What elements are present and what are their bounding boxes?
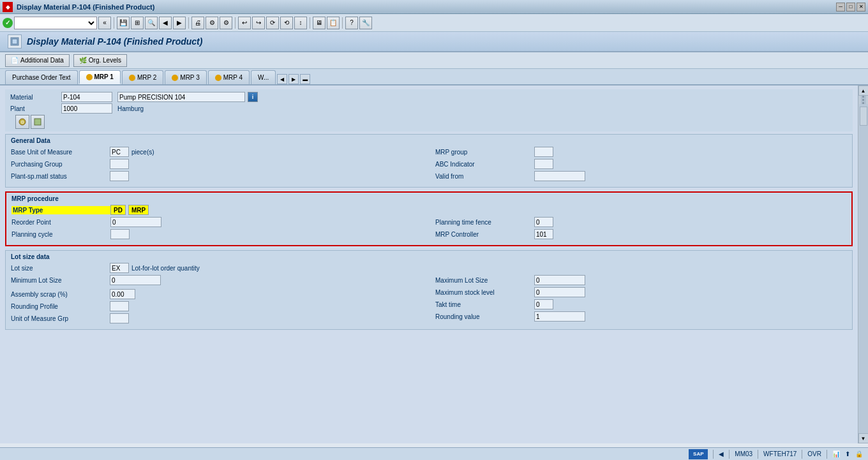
green-check-icon[interactable]: ✓: [3, 18, 13, 28]
purch-group-row: Purchasing Group: [11, 159, 423, 169]
info-btn[interactable]: i: [248, 92, 258, 102]
mrp-type-text: MRP: [128, 205, 149, 215]
resize-dot-1: [862, 96, 864, 98]
min-lot-size-label: Minimum Lot Size: [11, 277, 110, 284]
mrp-type-value[interactable]: PD: [110, 205, 126, 215]
assembly-scrap-row: Assembly scrap (%): [11, 289, 423, 299]
status-sep-1: [713, 450, 714, 459]
additional-data-btn[interactable]: 📄 Additional Data: [5, 54, 70, 67]
material-value-field[interactable]: [61, 92, 112, 102]
plant-matl-input[interactable]: [110, 171, 129, 181]
mrp-procedure-title: MRP procedure: [11, 195, 846, 202]
purch-group-label: Purchasing Group: [11, 161, 110, 168]
max-stock-level-row: Maximum stock level: [435, 287, 847, 297]
plan-time-fence-input[interactable]: [534, 217, 553, 227]
tab-purchase-order-text[interactable]: Purchase Order Text: [5, 70, 78, 84]
title-bar-text: Display Material P-104 (Finished Product…: [17, 3, 836, 11]
plant-value-field[interactable]: [61, 103, 112, 114]
tab-next-btn[interactable]: ▶: [288, 74, 299, 84]
screen-btn[interactable]: 🖥: [313, 17, 326, 29]
status-icon-3[interactable]: 🔒: [855, 450, 863, 457]
scroll-down-btn[interactable]: ▼: [858, 433, 869, 443]
action-btn-6[interactable]: ⟲: [280, 17, 293, 29]
svg-rect-4: [34, 119, 41, 125]
save-btn[interactable]: 💾: [117, 17, 130, 29]
sap-logo: SAP: [689, 449, 708, 459]
scroll-track[interactable]: [859, 104, 868, 433]
status-sep-2: [729, 450, 730, 459]
action-btn-5[interactable]: ⟳: [266, 17, 279, 29]
nav-back-btn[interactable]: ◀: [159, 17, 172, 29]
mrp-controller-input[interactable]: [534, 229, 553, 239]
program-name: MM03: [735, 450, 752, 457]
base-uom-input[interactable]: [110, 147, 129, 157]
nav-fwd-btn[interactable]: ▶: [173, 17, 186, 29]
minimize-btn[interactable]: ─: [836, 3, 845, 11]
page-title: Display Material P-104 (Finished Product…: [27, 36, 202, 47]
action-btn-4[interactable]: ↪: [252, 17, 265, 29]
find-btn[interactable]: 🔍: [145, 17, 158, 29]
shortcut-btn[interactable]: ⊞: [131, 17, 144, 29]
reorder-point-input[interactable]: [110, 217, 161, 227]
screen-btn-2[interactable]: 📋: [327, 17, 340, 29]
content-panel: Material i Plant Hamburg ⚙ General: [0, 85, 858, 443]
uom-grp-input[interactable]: [110, 313, 129, 323]
takt-time-input[interactable]: [534, 299, 553, 309]
close-btn[interactable]: ✕: [857, 3, 865, 11]
min-lot-size-input[interactable]: [110, 275, 161, 285]
mrp-group-label: MRP group: [435, 149, 534, 156]
nav-arrow-prev[interactable]: ◀: [719, 450, 724, 457]
action-btn-7[interactable]: ↕: [294, 17, 307, 29]
toolbar-sep-5: [342, 17, 343, 29]
valid-from-input[interactable]: [534, 171, 585, 181]
status-icon-2[interactable]: ⬆: [845, 450, 850, 457]
tab-w[interactable]: W...: [251, 70, 276, 84]
tab-mrp2-icon: [129, 75, 135, 81]
max-lot-size-input[interactable]: [534, 275, 585, 285]
planning-cycle-input[interactable]: [110, 229, 130, 239]
tab-expand-btn[interactable]: ▬: [300, 74, 310, 84]
tab-label-5: MRP 4: [223, 74, 243, 81]
mrp-group-input[interactable]: [534, 147, 553, 157]
tab-mrp2[interactable]: MRP 2: [122, 70, 163, 84]
vertical-scrollbar[interactable]: ▲ ▼: [858, 85, 868, 443]
tab-mrp3[interactable]: MRP 3: [165, 70, 206, 84]
back-btn[interactable]: «: [98, 17, 111, 29]
rounding-value-input[interactable]: [534, 311, 585, 322]
scroll-thumb[interactable]: [860, 107, 867, 126]
icon-btn-1[interactable]: ⚙: [15, 115, 29, 129]
icon-btn-2[interactable]: [31, 115, 45, 129]
rounding-profile-input[interactable]: [110, 301, 129, 311]
scroll-up-btn[interactable]: ▲: [858, 85, 869, 96]
print-btn[interactable]: 🖨: [191, 17, 204, 29]
max-lot-size-row: Maximum Lot Size: [435, 275, 847, 285]
plan-time-fence-row: Planning time fence: [435, 217, 846, 227]
lot-size-input[interactable]: [110, 263, 129, 273]
material-desc-field[interactable]: [117, 92, 245, 102]
tab-mrp4[interactable]: MRP 4: [208, 70, 250, 84]
assembly-scrap-input[interactable]: [110, 289, 135, 299]
action-btn-1[interactable]: ⚙: [206, 17, 218, 29]
purch-group-input[interactable]: [110, 159, 129, 169]
valid-from-label: Valid from: [435, 173, 534, 180]
tab-mrp1[interactable]: MRP 1: [79, 70, 121, 84]
max-stock-level-input[interactable]: [534, 287, 585, 297]
tab-mrp1-icon: [86, 74, 93, 80]
command-field[interactable]: [14, 17, 97, 29]
toolbar-sep-1: [114, 17, 114, 29]
assembly-scrap-label: Assembly scrap (%): [11, 291, 110, 298]
abc-input[interactable]: [534, 159, 553, 169]
lot-size-row: Lot size Lot-for-lot order quantity: [11, 263, 847, 273]
action-btn-2[interactable]: ⚙: [220, 17, 232, 29]
action-btn-3[interactable]: ↩: [238, 17, 251, 29]
plant-label: Plant: [10, 105, 61, 112]
lot-size-text: Lot-for-lot order quantity: [131, 265, 200, 272]
help-btn[interactable]: ?: [345, 17, 358, 29]
tab-prev-btn[interactable]: ◀: [277, 74, 287, 84]
tab-label-4: MRP 3: [180, 74, 199, 81]
window-controls[interactable]: ─ □ ✕: [836, 3, 865, 11]
org-levels-btn[interactable]: 🌿 Org. Levels: [73, 54, 127, 67]
customize-btn[interactable]: 🔧: [359, 17, 372, 29]
maximize-btn[interactable]: □: [846, 3, 855, 11]
takt-time-label: Takt time: [435, 301, 534, 308]
